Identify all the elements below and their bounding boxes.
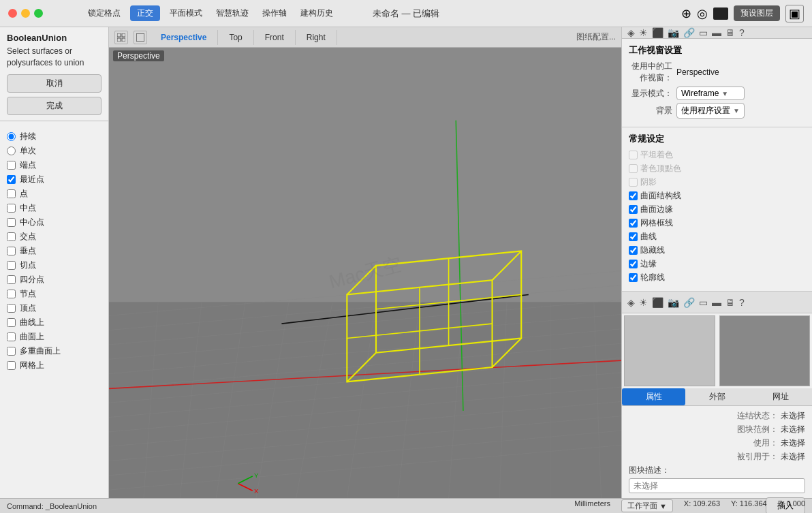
rp-bottom: ◈ ☀ ⬛ 📷 🔗 ▭ ▬ 🖥 ? 属性外部网址 连结状态：未选择图块范例：未选… (622, 292, 812, 513)
command-text: Command: _BooleanUnion (7, 502, 97, 510)
rect2-icon[interactable]: ▬ (712, 297, 721, 308)
display-mode-label: 显示模式： (629, 88, 676, 99)
viewport-area[interactable]: Perspective (109, 48, 621, 498)
tab-front[interactable]: Front (254, 30, 296, 45)
minimize-button[interactable] (21, 9, 30, 18)
snap-item[interactable]: 曲面上 (0, 330, 108, 344)
maximize-button[interactable] (34, 9, 43, 18)
close-button[interactable] (8, 9, 17, 18)
block-desc-input[interactable] (629, 478, 805, 493)
camera-icon[interactable]: 📷 (668, 27, 679, 38)
background-dropdown[interactable]: 使用程序设置 ▼ (676, 103, 745, 119)
command-description: Select surfaces or polysurfaces to union (0, 46, 108, 74)
rp-tab-网址[interactable]: 网址 (749, 388, 812, 405)
sun-icon[interactable]: ☀ (639, 27, 648, 38)
color-swatch[interactable] (713, 7, 728, 20)
small-viewport-right[interactable] (719, 315, 811, 386)
main-layout: BooleanUnion Select surfaces or polysurf… (0, 27, 812, 498)
snap-item[interactable]: 垂点 (0, 244, 108, 258)
checkbox-row[interactable]: 阴影 (629, 176, 805, 188)
snap-item[interactable]: 顶点 (0, 301, 108, 315)
checkbox-row[interactable]: 平坦着色 (629, 149, 805, 161)
lock-grid-btn[interactable]: 锁定格点 (84, 7, 125, 19)
snap-item[interactable]: 切点 (0, 258, 108, 273)
rp-properties: 连结状态：未选择图块范例：未选择使用：未选择被引用于：未选择图块描述：插入 (622, 406, 812, 513)
tab-right[interactable]: Right (296, 30, 337, 45)
camera2-icon[interactable]: 📷 (668, 297, 679, 308)
titlebar: 锁定格点 正交 平面模式 智慧轨迹 操作轴 建构历史 未命名 — 已编辑 ⊕ ◎… (0, 0, 812, 27)
build-history-btn[interactable]: 建构历史 (296, 7, 337, 19)
panel2-icon[interactable]: ▭ (699, 297, 708, 308)
checkbox-row[interactable]: 隐藏线 (629, 245, 805, 256)
display-mode-dropdown[interactable]: Wireframe ▼ (676, 87, 745, 100)
monitor-icon[interactable]: 🖥 (725, 27, 735, 38)
snap-item[interactable]: 多重曲面上 (0, 344, 108, 358)
display-mode-row: 显示模式： Wireframe ▼ (629, 87, 805, 100)
checkbox-row[interactable]: 著色顶點色 (629, 163, 805, 174)
layers2-icon[interactable]: ◈ (627, 297, 635, 308)
snap-item[interactable]: 点 (0, 187, 108, 201)
box-icon[interactable]: ⬛ (652, 27, 663, 38)
cancel-button[interactable]: 取消 (7, 74, 102, 93)
small-viewport-left[interactable] (624, 315, 715, 386)
sidebar-toggle-right[interactable]: ▣ (785, 5, 804, 22)
viewport-tabs: Perspective Top Front Right 图纸配置... (109, 27, 621, 48)
done-button[interactable]: 完成 (7, 97, 102, 115)
snap-item[interactable]: 端点 (0, 158, 108, 172)
svg-rect-2 (117, 38, 121, 42)
right-panel-toolbar: ◈ ☀ ⬛ 📷 🔗 ▭ ▬ 🖥 ? (622, 27, 812, 39)
rp-tab-外部[interactable]: 外部 (685, 388, 749, 405)
action-axis-btn[interactable]: 操作轴 (258, 7, 291, 19)
sun2-icon[interactable]: ☀ (639, 297, 648, 308)
x-coord: X: 109.263 (684, 499, 720, 512)
plane-mode-btn[interactable]: 平面模式 (166, 7, 206, 19)
target-icon[interactable]: ◎ (697, 6, 708, 21)
command-name: BooleanUnion (0, 27, 108, 46)
checkbox-row[interactable]: 网格框线 (629, 217, 805, 229)
circle-icon[interactable]: ⊕ (681, 6, 691, 21)
link2-icon[interactable]: 🔗 (683, 297, 695, 308)
snap-item[interactable]: 曲线上 (0, 315, 108, 330)
checkbox-row[interactable]: 边缘 (629, 258, 805, 270)
drawing-config-btn[interactable]: 图纸配置... (576, 31, 621, 43)
smart-track-btn[interactable]: 智慧轨迹 (212, 7, 253, 19)
tab-top[interactable]: Top (218, 30, 253, 45)
snap-item[interactable]: 交点 (0, 230, 108, 244)
dropdown-arrow-icon: ▼ (721, 90, 728, 97)
checkbox-row[interactable]: 轮廓线 (629, 272, 805, 283)
right-panel: ◈ ☀ ⬛ 📷 🔗 ▭ ▬ 🖥 ? 工作视窗设置 使用中的工作视窗： Persp… (621, 27, 812, 498)
checkbox-row[interactable]: 曲线 (629, 231, 805, 243)
coordinates: Millimeters 工作平面 ▼ X: 109.263 Y: 116.364… (574, 499, 805, 512)
snap-item[interactable]: 最近点 (0, 172, 108, 187)
viewport-single-icon[interactable] (134, 31, 147, 44)
box2-icon[interactable]: ⬛ (652, 297, 663, 308)
preset-layer-btn[interactable]: 预设图层 (734, 5, 780, 21)
snap-item[interactable]: 网格上 (0, 358, 108, 373)
z-coord: Z: 0.000 (778, 499, 805, 512)
snap-item[interactable]: 单次 (0, 144, 108, 158)
work-plane-btn[interactable]: 工作平面 ▼ (621, 499, 673, 512)
snap-item[interactable]: 中心点 (0, 215, 108, 230)
svg-text:X: X (254, 487, 259, 495)
link-icon[interactable]: 🔗 (683, 27, 695, 38)
rp-tab-属性[interactable]: 属性 (622, 388, 685, 405)
question-icon[interactable]: ? (739, 27, 745, 38)
question2-icon[interactable]: ? (739, 297, 745, 308)
monitor2-icon[interactable]: 🖥 (725, 297, 735, 308)
prop-row: 被引用于：未选择 (629, 451, 805, 463)
checkbox-row[interactable]: 曲面边缘 (629, 204, 805, 215)
prop-row: 连结状态：未选择 (629, 410, 805, 422)
checkbox-row[interactable]: 曲面结构线 (629, 190, 805, 202)
viewport-grid-icon[interactable] (114, 31, 128, 44)
snap-item[interactable]: 节点 (0, 287, 108, 301)
settings-title: 工作视窗设置 (629, 44, 805, 57)
rect-icon[interactable]: ▬ (712, 27, 721, 38)
snap-item[interactable]: 中点 (0, 201, 108, 215)
layers-icon[interactable]: ◈ (627, 27, 635, 38)
snap-item[interactable]: 四分点 (0, 273, 108, 287)
panel-icon[interactable]: ▭ (699, 27, 708, 38)
viewport-label: Perspective (113, 50, 164, 61)
snap-item[interactable]: 持续 (0, 129, 108, 144)
tab-perspective[interactable]: Perspective (150, 30, 218, 45)
ortho-button[interactable]: 正交 (130, 5, 160, 21)
